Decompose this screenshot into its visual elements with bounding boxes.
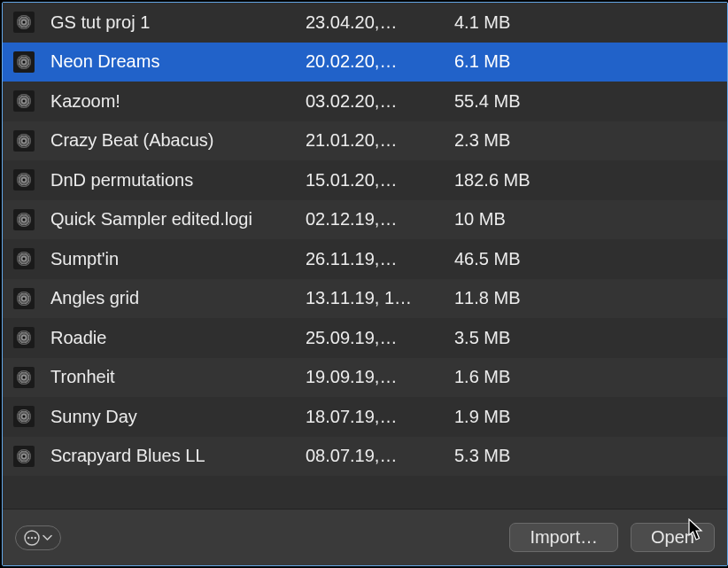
file-name-cell: Kazoom! bbox=[3, 90, 306, 112]
table-row[interactable]: Angles grid13.11.19, 1…11.8 MB bbox=[3, 279, 727, 319]
file-size: 55.4 MB bbox=[449, 91, 727, 112]
table-row[interactable]: Sumpt'in26.11.19,…46.5 MB bbox=[3, 239, 727, 279]
file-name: Neon Dreams bbox=[50, 51, 159, 72]
file-name: Roadie bbox=[50, 328, 106, 348]
dialog-footer: Import… Open bbox=[3, 509, 727, 565]
file-name: DnD permutations bbox=[50, 170, 193, 191]
file-name: Sunny Day bbox=[50, 407, 137, 427]
project-file-icon bbox=[13, 169, 35, 191]
file-size: 3.5 MB bbox=[449, 328, 727, 348]
project-file-icon bbox=[13, 288, 35, 309]
file-name-cell: Crazy Beat (Abacus) bbox=[3, 130, 306, 152]
table-row[interactable]: GS tut proj 123.04.20,…4.1 MB bbox=[3, 3, 727, 43]
file-open-dialog: GS tut proj 123.04.20,…4.1 MBNeon Dreams… bbox=[2, 2, 728, 566]
svg-point-2 bbox=[31, 536, 33, 538]
ellipsis-circle-icon bbox=[24, 530, 40, 546]
file-date: 18.07.19,… bbox=[306, 407, 449, 427]
chevron-down-icon bbox=[43, 534, 52, 541]
file-size: 10 MB bbox=[449, 209, 727, 230]
project-file-icon bbox=[13, 248, 35, 269]
project-file-icon bbox=[13, 406, 35, 427]
file-name-cell: Roadie bbox=[3, 327, 306, 348]
file-name: Kazoom! bbox=[50, 91, 120, 112]
file-date: 25.09.19,… bbox=[306, 328, 449, 348]
file-name-cell: Sumpt'in bbox=[3, 248, 306, 269]
file-date: 26.11.19,… bbox=[306, 249, 449, 269]
table-row[interactable]: Sunny Day18.07.19,…1.9 MB bbox=[3, 397, 727, 437]
file-name-cell: Angles grid bbox=[3, 288, 306, 309]
project-file-icon bbox=[13, 367, 35, 388]
project-file-icon bbox=[13, 446, 35, 467]
project-file-icon bbox=[13, 90, 35, 112]
file-name: Crazy Beat (Abacus) bbox=[50, 130, 214, 151]
table-row[interactable]: Quick Sampler edited.logi02.12.19,…10 MB bbox=[3, 200, 727, 240]
file-name-cell: Scrapyard Blues LL bbox=[3, 446, 306, 467]
file-date: 08.07.19,… bbox=[306, 446, 449, 466]
file-date: 23.04.20,… bbox=[306, 12, 449, 33]
file-size: 6.1 MB bbox=[449, 51, 727, 72]
project-file-icon bbox=[13, 209, 35, 230]
file-name: Tronheit bbox=[50, 367, 115, 387]
file-name: GS tut proj 1 bbox=[50, 12, 150, 33]
file-name-cell: Tronheit bbox=[3, 367, 306, 388]
options-menu-button[interactable] bbox=[15, 525, 61, 550]
table-row[interactable]: Scrapyard Blues LL08.07.19,…5.3 MB bbox=[3, 437, 727, 477]
project-file-icon bbox=[13, 130, 35, 152]
svg-point-3 bbox=[35, 536, 36, 538]
table-row[interactable]: Neon Dreams20.02.20,…6.1 MB bbox=[3, 43, 727, 82]
file-size: 182.6 MB bbox=[449, 170, 727, 191]
file-size: 4.1 MB bbox=[449, 12, 727, 33]
file-name-cell: GS tut proj 1 bbox=[3, 12, 306, 33]
table-row[interactable]: Roadie25.09.19,…3.5 MB bbox=[3, 318, 727, 358]
project-file-icon bbox=[13, 327, 35, 348]
file-list[interactable]: GS tut proj 123.04.20,…4.1 MBNeon Dreams… bbox=[3, 3, 727, 509]
svg-point-1 bbox=[27, 536, 29, 538]
file-name: Scrapyard Blues LL bbox=[50, 446, 205, 466]
project-file-icon bbox=[13, 51, 35, 73]
file-date: 03.02.20,… bbox=[306, 91, 449, 112]
file-size: 11.8 MB bbox=[449, 288, 727, 308]
table-row[interactable]: DnD permutations15.01.20,…182.6 MB bbox=[3, 160, 727, 200]
file-name: Quick Sampler edited.logi bbox=[50, 209, 252, 230]
table-row[interactable]: Tronheit19.09.19,…1.6 MB bbox=[3, 358, 727, 398]
file-date: 13.11.19, 1… bbox=[306, 288, 449, 308]
file-name-cell: Neon Dreams bbox=[3, 51, 306, 73]
file-name-cell: DnD permutations bbox=[3, 169, 306, 191]
import-button[interactable]: Import… bbox=[509, 523, 618, 552]
table-row[interactable]: Crazy Beat (Abacus)21.01.20,…2.3 MB bbox=[3, 121, 727, 161]
file-size: 5.3 MB bbox=[449, 446, 727, 466]
file-name: Angles grid bbox=[50, 288, 139, 308]
file-size: 1.6 MB bbox=[449, 367, 727, 387]
file-name-cell: Quick Sampler edited.logi bbox=[3, 209, 306, 230]
file-size: 1.9 MB bbox=[449, 407, 727, 427]
file-date: 19.09.19,… bbox=[306, 367, 449, 387]
file-name-cell: Sunny Day bbox=[3, 406, 306, 427]
file-size: 2.3 MB bbox=[449, 130, 727, 151]
file-name: Sumpt'in bbox=[50, 249, 119, 269]
file-date: 15.01.20,… bbox=[306, 170, 449, 191]
project-file-icon bbox=[13, 12, 35, 33]
file-date: 20.02.20,… bbox=[306, 51, 449, 72]
file-size: 46.5 MB bbox=[449, 249, 727, 269]
file-date: 02.12.19,… bbox=[306, 209, 449, 230]
file-date: 21.01.20,… bbox=[306, 130, 449, 151]
open-button[interactable]: Open bbox=[631, 523, 715, 552]
table-row[interactable]: Kazoom!03.02.20,…55.4 MB bbox=[3, 82, 727, 121]
